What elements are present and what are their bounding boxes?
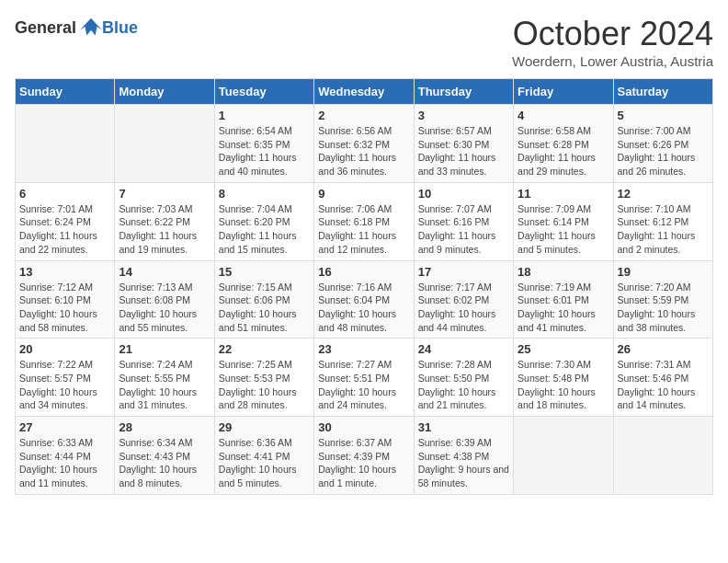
title-block: October 2024 Woerdern, Lower Austria, Au… [512, 15, 713, 69]
day-number: 19 [618, 265, 709, 279]
calendar-cell: 8Sunrise: 7:04 AM Sunset: 6:20 PM Daylig… [214, 182, 313, 260]
day-number: 27 [19, 420, 110, 434]
calendar-cell: 11Sunrise: 7:09 AM Sunset: 6:14 PM Dayli… [514, 182, 613, 260]
day-info: Sunrise: 7:15 AM Sunset: 6:06 PM Dayligh… [219, 281, 310, 335]
day-number: 13 [19, 265, 110, 279]
day-info: Sunrise: 7:20 AM Sunset: 5:59 PM Dayligh… [618, 281, 709, 335]
day-info: Sunrise: 7:12 AM Sunset: 6:10 PM Dayligh… [19, 281, 110, 335]
day-header-wednesday: Wednesday [314, 79, 414, 105]
calendar-cell: 23Sunrise: 7:27 AM Sunset: 5:51 PM Dayli… [314, 339, 414, 417]
calendar-cell: 4Sunrise: 6:58 AM Sunset: 6:28 PM Daylig… [514, 105, 613, 183]
day-info: Sunrise: 7:30 AM Sunset: 5:48 PM Dayligh… [518, 358, 609, 412]
day-number: 20 [19, 342, 110, 356]
logo-blue-text: Blue [102, 18, 138, 37]
day-header-sunday: Sunday [16, 79, 115, 105]
day-info: Sunrise: 6:33 AM Sunset: 4:44 PM Dayligh… [19, 436, 110, 490]
day-info: Sunrise: 6:34 AM Sunset: 4:43 PM Dayligh… [119, 436, 210, 490]
day-number: 25 [518, 342, 609, 356]
calendar-cell [16, 105, 115, 183]
week-row-2: 6Sunrise: 7:01 AM Sunset: 6:24 PM Daylig… [16, 182, 713, 260]
calendar-cell: 1Sunrise: 6:54 AM Sunset: 6:35 PM Daylig… [214, 105, 313, 183]
day-number: 8 [219, 187, 310, 201]
calendar-cell: 12Sunrise: 7:10 AM Sunset: 6:12 PM Dayli… [613, 182, 712, 260]
day-info: Sunrise: 7:27 AM Sunset: 5:51 PM Dayligh… [318, 358, 409, 412]
day-info: Sunrise: 6:56 AM Sunset: 6:32 PM Dayligh… [318, 124, 409, 178]
day-info: Sunrise: 7:31 AM Sunset: 5:46 PM Dayligh… [618, 358, 709, 412]
calendar-table: SundayMondayTuesdayWednesdayThursdayFrid… [15, 78, 713, 495]
logo-general-text: General [15, 18, 76, 38]
calendar-cell: 15Sunrise: 7:15 AM Sunset: 6:06 PM Dayli… [214, 260, 313, 339]
day-number: 1 [219, 109, 310, 122]
calendar-cell: 9Sunrise: 7:06 AM Sunset: 6:18 PM Daylig… [314, 182, 414, 260]
calendar-cell: 25Sunrise: 7:30 AM Sunset: 5:48 PM Dayli… [514, 339, 613, 417]
day-number: 12 [618, 187, 709, 201]
calendar-cell: 27Sunrise: 6:33 AM Sunset: 4:44 PM Dayli… [16, 417, 115, 495]
calendar-cell: 30Sunrise: 6:37 AM Sunset: 4:39 PM Dayli… [314, 417, 414, 495]
day-number: 7 [119, 187, 210, 201]
calendar-cell: 31Sunrise: 6:39 AM Sunset: 4:38 PM Dayli… [414, 417, 513, 495]
calendar-cell [613, 417, 712, 495]
day-info: Sunrise: 6:39 AM Sunset: 4:38 PM Dayligh… [418, 436, 509, 490]
calendar-cell: 7Sunrise: 7:03 AM Sunset: 6:22 PM Daylig… [115, 182, 214, 260]
week-row-1: 1Sunrise: 6:54 AM Sunset: 6:35 PM Daylig… [16, 105, 713, 183]
calendar-cell: 5Sunrise: 7:00 AM Sunset: 6:26 PM Daylig… [613, 105, 712, 183]
logo: General Blue [15, 15, 138, 40]
week-row-5: 27Sunrise: 6:33 AM Sunset: 4:44 PM Dayli… [16, 417, 713, 495]
day-info: Sunrise: 7:17 AM Sunset: 6:02 PM Dayligh… [418, 281, 509, 335]
day-info: Sunrise: 7:19 AM Sunset: 6:01 PM Dayligh… [518, 281, 609, 335]
day-number: 14 [119, 265, 210, 279]
day-number: 21 [119, 342, 210, 356]
day-number: 29 [219, 420, 310, 434]
day-number: 10 [418, 187, 509, 201]
day-info: Sunrise: 7:25 AM Sunset: 5:53 PM Dayligh… [219, 358, 310, 412]
day-number: 24 [418, 342, 509, 356]
day-info: Sunrise: 7:00 AM Sunset: 6:26 PM Dayligh… [618, 124, 709, 178]
page-header: General Blue October 2024 Woerdern, Lowe… [15, 15, 713, 69]
day-info: Sunrise: 6:58 AM Sunset: 6:28 PM Dayligh… [518, 124, 609, 178]
days-header-row: SundayMondayTuesdayWednesdayThursdayFrid… [16, 79, 713, 105]
calendar-cell: 24Sunrise: 7:28 AM Sunset: 5:50 PM Dayli… [414, 339, 513, 417]
calendar-cell: 26Sunrise: 7:31 AM Sunset: 5:46 PM Dayli… [613, 339, 712, 417]
day-header-monday: Monday [115, 79, 214, 105]
calendar-cell: 17Sunrise: 7:17 AM Sunset: 6:02 PM Dayli… [414, 260, 513, 339]
day-header-friday: Friday [514, 79, 613, 105]
day-number: 9 [318, 187, 409, 201]
day-number: 26 [618, 342, 709, 356]
month-title: October 2024 [512, 15, 713, 53]
day-info: Sunrise: 6:57 AM Sunset: 6:30 PM Dayligh… [418, 124, 509, 178]
calendar-cell: 18Sunrise: 7:19 AM Sunset: 6:01 PM Dayli… [514, 260, 613, 339]
day-info: Sunrise: 6:54 AM Sunset: 6:35 PM Dayligh… [219, 124, 310, 178]
day-number: 22 [219, 342, 310, 356]
day-header-saturday: Saturday [613, 79, 712, 105]
day-number: 6 [19, 187, 110, 201]
calendar-cell: 16Sunrise: 7:16 AM Sunset: 6:04 PM Dayli… [314, 260, 414, 339]
calendar-cell [514, 417, 613, 495]
calendar-cell: 20Sunrise: 7:22 AM Sunset: 5:57 PM Dayli… [16, 339, 115, 417]
day-number: 16 [318, 265, 409, 279]
calendar-cell: 10Sunrise: 7:07 AM Sunset: 6:16 PM Dayli… [414, 182, 513, 260]
day-number: 3 [418, 109, 509, 122]
calendar-cell: 2Sunrise: 6:56 AM Sunset: 6:32 PM Daylig… [314, 105, 414, 183]
calendar-cell [115, 105, 214, 183]
calendar-cell: 6Sunrise: 7:01 AM Sunset: 6:24 PM Daylig… [16, 182, 115, 260]
calendar-cell: 13Sunrise: 7:12 AM Sunset: 6:10 PM Dayli… [16, 260, 115, 339]
day-info: Sunrise: 7:04 AM Sunset: 6:20 PM Dayligh… [219, 202, 310, 257]
calendar-cell: 3Sunrise: 6:57 AM Sunset: 6:30 PM Daylig… [414, 105, 513, 183]
calendar-cell: 22Sunrise: 7:25 AM Sunset: 5:53 PM Dayli… [214, 339, 313, 417]
calendar-cell: 29Sunrise: 6:36 AM Sunset: 4:41 PM Dayli… [214, 417, 313, 495]
svg-marker-0 [80, 18, 102, 36]
day-number: 17 [418, 265, 509, 279]
day-number: 31 [418, 420, 509, 434]
day-number: 5 [618, 109, 709, 122]
day-number: 4 [518, 109, 609, 122]
location-subtitle: Woerdern, Lower Austria, Austria [512, 53, 713, 69]
day-info: Sunrise: 7:22 AM Sunset: 5:57 PM Dayligh… [19, 358, 110, 412]
day-info: Sunrise: 7:10 AM Sunset: 6:12 PM Dayligh… [618, 202, 709, 257]
day-info: Sunrise: 7:16 AM Sunset: 6:04 PM Dayligh… [318, 281, 409, 335]
day-info: Sunrise: 7:28 AM Sunset: 5:50 PM Dayligh… [418, 358, 509, 412]
day-info: Sunrise: 7:03 AM Sunset: 6:22 PM Dayligh… [119, 202, 210, 257]
day-number: 11 [518, 187, 609, 201]
day-info: Sunrise: 7:01 AM Sunset: 6:24 PM Dayligh… [19, 202, 110, 257]
day-number: 28 [119, 420, 210, 434]
day-number: 15 [219, 265, 310, 279]
